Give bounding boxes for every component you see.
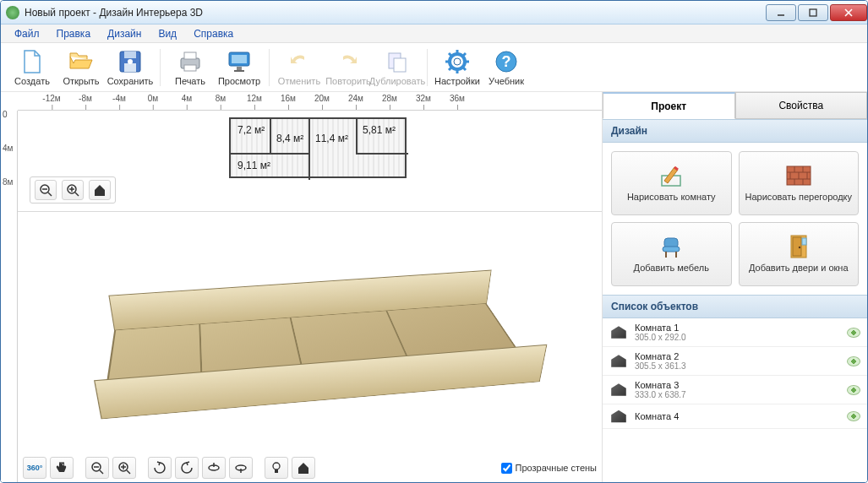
help-icon: ? — [494, 49, 519, 74]
svg-rect-6 — [124, 63, 136, 72]
titlebar: Новый проект - Дизайн Интерьера 3D — [1, 1, 867, 24]
tutorial-button[interactable]: ?Учебник — [482, 45, 531, 90]
undo-button[interactable]: Отменить — [275, 45, 324, 90]
svg-rect-65 — [802, 238, 806, 245]
toolbar-separator — [160, 49, 161, 86]
svg-line-37 — [100, 470, 103, 474]
list-item[interactable]: Комната 2305.5 x 361.3 — [603, 347, 867, 376]
visibility-toggle[interactable] — [847, 356, 860, 366]
svg-rect-16 — [394, 58, 406, 72]
menu-file[interactable]: Файл — [6, 26, 48, 41]
objects-section-head: Список объектов — [603, 295, 867, 318]
add-furniture-button[interactable]: Добавить мебель — [611, 222, 732, 286]
preview-button[interactable]: Просмотр — [215, 45, 264, 90]
svg-rect-13 — [237, 67, 242, 70]
draw-room-button[interactable]: Нарисовать комнату — [611, 151, 732, 215]
pan-button[interactable] — [50, 457, 74, 479]
bottom-toolbar: 360° Прозрачные стены — [18, 453, 602, 482]
tilt-down-button[interactable] — [229, 457, 253, 479]
close-button[interactable] — [830, 4, 867, 21]
redo-button[interactable]: Повторить — [324, 45, 373, 90]
svg-rect-12 — [232, 55, 247, 63]
svg-line-33 — [75, 193, 79, 196]
visibility-toggle[interactable] — [847, 385, 860, 395]
visibility-toggle[interactable] — [847, 328, 860, 338]
svg-line-26 — [449, 67, 452, 70]
svg-rect-9 — [184, 52, 196, 59]
gear-icon — [445, 49, 470, 74]
settings-button[interactable]: Настройки — [433, 45, 482, 90]
tilt-up-button[interactable] — [202, 457, 226, 479]
svg-point-18 — [454, 58, 461, 65]
light-button[interactable] — [265, 457, 288, 479]
maximize-button[interactable] — [798, 4, 828, 21]
menu-help[interactable]: Справка — [185, 26, 242, 41]
add-doors-windows-button[interactable]: Добавить двери и окна — [739, 222, 860, 286]
rotate-left-button[interactable] — [148, 457, 172, 479]
save-icon — [117, 49, 143, 74]
print-button[interactable]: Печать — [166, 45, 215, 90]
chair-icon — [658, 234, 684, 259]
canvas-area: -12м -8м -4м 0м 4м 8м 12м 16м 20м 24м 28… — [1, 92, 602, 482]
home-2d-button[interactable] — [89, 180, 111, 200]
plan-2d-view[interactable]: 7,2 м² 8,4 м² 11,4 м² 5,81 м² 9,11 м² — [18, 111, 602, 212]
svg-rect-46 — [275, 469, 278, 473]
zoom-out-3d-button[interactable] — [85, 457, 109, 479]
svg-rect-5 — [124, 52, 136, 58]
open-button[interactable]: Открыть — [57, 45, 106, 90]
toolbar-separator — [269, 49, 270, 86]
folder-open-icon — [68, 49, 94, 74]
floorplan[interactable]: 7,2 м² 8,4 м² 11,4 м² 5,81 м² 9,11 м² — [229, 117, 407, 178]
menu-view[interactable]: Вид — [150, 26, 185, 41]
home-3d-button[interactable] — [292, 457, 315, 479]
zoom-out-2d-button[interactable] — [35, 180, 57, 200]
svg-line-24 — [462, 67, 466, 70]
zoom-controls-2d — [30, 176, 116, 204]
object-list: Комната 1305.0 x 292.0 Комната 2305.5 x … — [603, 318, 867, 482]
menu-edit[interactable]: Правка — [48, 26, 100, 41]
svg-line-23 — [449, 53, 452, 57]
svg-line-30 — [48, 193, 52, 196]
svg-rect-14 — [234, 70, 244, 72]
ruler-horizontal: -12м -8м -4м 0м 4м 8м 12м 16м 20м 24м 28… — [18, 92, 602, 111]
tab-project[interactable]: Проект — [603, 92, 735, 119]
view-360-button[interactable]: 360° — [23, 457, 46, 479]
svg-line-40 — [127, 470, 130, 474]
list-item[interactable]: Комната 4 — [603, 404, 867, 429]
new-file-icon — [19, 49, 45, 74]
brick-wall-icon — [786, 163, 811, 188]
room-icon — [609, 409, 628, 424]
save-button[interactable]: Сохранить — [106, 45, 155, 90]
create-button[interactable]: Создать — [8, 45, 57, 90]
svg-line-25 — [462, 53, 466, 57]
svg-rect-10 — [184, 65, 196, 71]
duplicate-button[interactable]: Дублировать — [373, 45, 422, 90]
room-icon — [609, 354, 628, 369]
toolbar-separator — [427, 49, 428, 86]
visibility-toggle[interactable] — [847, 411, 860, 421]
svg-point-45 — [273, 463, 280, 469]
svg-rect-1 — [810, 9, 816, 16]
side-panel: Проект Свойства Дизайн Нарисовать комнат… — [602, 92, 867, 482]
transparent-walls-checkbox[interactable]: Прозрачные стены — [501, 463, 597, 474]
list-item[interactable]: Комната 3333.0 x 638.7 — [603, 376, 867, 404]
redo-icon — [336, 49, 361, 74]
room-icon — [609, 325, 628, 340]
draw-partition-button[interactable]: Нарисовать перегородку — [739, 151, 860, 215]
room-icon — [609, 383, 628, 398]
svg-point-7 — [128, 59, 133, 64]
toolbar: Создать Открыть Сохранить Печать Просмот… — [1, 43, 867, 92]
menu-design[interactable]: Дизайн — [99, 26, 150, 41]
rotate-right-button[interactable] — [175, 457, 199, 479]
tab-properties[interactable]: Свойства — [735, 92, 868, 119]
window-title: Новый проект - Дизайн Интерьера 3D — [25, 7, 764, 19]
minimize-button[interactable] — [766, 4, 796, 21]
zoom-in-3d-button[interactable] — [112, 457, 136, 479]
view-3d[interactable] — [18, 212, 602, 453]
transparent-walls-input[interactable] — [501, 463, 512, 474]
zoom-in-2d-button[interactable] — [62, 180, 84, 200]
list-item[interactable]: Комната 1305.0 x 292.0 — [603, 318, 867, 347]
undo-icon — [287, 49, 312, 74]
printer-icon — [177, 49, 203, 74]
duplicate-icon — [385, 49, 410, 74]
